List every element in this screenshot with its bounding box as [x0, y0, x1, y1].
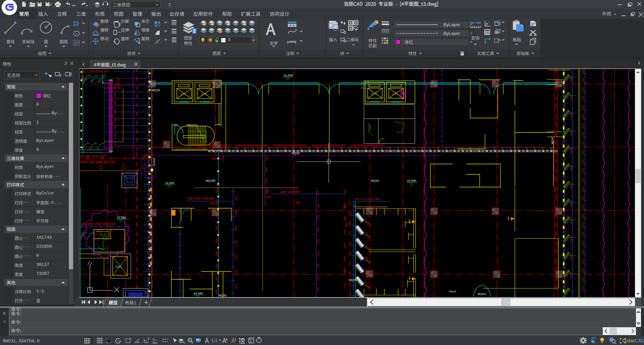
svg-text:10,400: 10,400 — [407, 179, 416, 182]
svg-text:800: 800 — [136, 197, 138, 201]
svg-text:1200: 1200 — [349, 231, 351, 236]
svg-text:00 1200 1200 1100: 00 1200 1200 1100 — [79, 155, 105, 158]
svg-text:800: 800 — [555, 259, 557, 263]
svg-text:600: 600 — [136, 112, 138, 116]
svg-text:1200: 1200 — [349, 251, 351, 256]
svg-text:1200: 1200 — [114, 101, 116, 106]
svg-text:1350: 1350 — [317, 251, 319, 256]
svg-text:400: 400 — [147, 158, 152, 161]
svg-text:1200: 1200 — [215, 226, 218, 231]
svg-text:1000: 1000 — [136, 205, 138, 210]
svg-text:1200: 1200 — [265, 156, 268, 161]
svg-text:1000: 1000 — [136, 257, 138, 262]
svg-text:1200: 1200 — [349, 211, 351, 216]
svg-text:1200: 1200 — [582, 204, 584, 210]
svg-text:1350: 1350 — [317, 275, 319, 281]
svg-text:1200: 1200 — [215, 289, 218, 295]
svg-text:1200: 1200 — [582, 195, 584, 200]
svg-text:1200: 1200 — [265, 178, 268, 184]
svg-text:800: 800 — [136, 249, 138, 253]
svg-text:1200 1200 1200 900: 1200 1200 1200 900 — [80, 70, 108, 73]
svg-text:KT1: KT1 — [180, 93, 186, 96]
svg-text:1200: 1200 — [582, 159, 584, 164]
svg-text:1200: 1200 — [265, 167, 268, 172]
svg-text:2600 300 2600 300 250: 2600 300 2600 300 250 — [80, 160, 116, 164]
svg-text:1200: 1200 — [235, 270, 237, 275]
svg-text:1200: 1200 — [582, 141, 584, 146]
svg-text:1200: 1200 — [215, 264, 218, 269]
svg-text:1350: 1350 — [317, 227, 319, 232]
svg-text:1000: 1000 — [136, 222, 138, 227]
svg-text:MQ19: MQ19 — [371, 179, 379, 182]
svg-text:MQ36: MQ36 — [152, 89, 160, 92]
svg-text:800: 800 — [555, 78, 557, 82]
svg-text:800: 800 — [555, 241, 557, 245]
svg-text:1200: 1200 — [343, 203, 346, 208]
svg-text:FM223: FM223 — [449, 290, 456, 293]
svg-text:1200: 1200 — [215, 251, 218, 256]
svg-text:1200: 1200 — [582, 222, 584, 228]
svg-text:1200: 1200 — [317, 263, 319, 269]
svg-text:1200: 1200 — [582, 286, 584, 291]
svg-text:100: 100 — [149, 171, 153, 174]
svg-text:1000 800 1300 1200 1300: 1000 800 1300 1200 1300 — [80, 222, 116, 226]
svg-text:1200: 1200 — [235, 196, 237, 201]
svg-text:M1828: M1828 — [153, 158, 156, 166]
svg-text:KT3: KT3 — [371, 92, 377, 96]
svg-text:1200: 1200 — [235, 225, 237, 231]
svg-text:700: 700 — [295, 201, 300, 205]
svg-text:1200: 1200 — [582, 231, 584, 237]
svg-text:1200: 1200 — [343, 216, 346, 221]
svg-text:800: 800 — [136, 103, 138, 107]
svg-text:1200 1200 900: 1200 1200 900 — [280, 190, 300, 193]
svg-text:900 1200 1200 1300: 900 1200 1200 1300 — [355, 197, 380, 200]
svg-text:1200: 1200 — [235, 284, 237, 290]
svg-text:600: 600 — [136, 77, 138, 81]
svg-text:800: 800 — [136, 162, 138, 166]
svg-text:MQ34: MQ34 — [292, 152, 300, 155]
svg-text:1200: 1200 — [114, 109, 116, 114]
svg-text:800: 800 — [136, 215, 138, 219]
svg-text:1200: 1200 — [582, 177, 584, 182]
svg-text:800: 800 — [136, 120, 138, 124]
svg-text:1200: 1200 — [317, 287, 319, 293]
svg-text:1200: 1200 — [582, 240, 584, 246]
svg-text:1200: 1200 — [317, 215, 319, 220]
svg-text:1200: 1200 — [343, 283, 346, 288]
svg-text:800(B0)600(B0)800(B0)600(B0): 800(B0)600(B0)800(B0)600(B0) — [196, 144, 230, 147]
svg-text:1600: 1600 — [555, 104, 557, 109]
svg-text:800: 800 — [136, 180, 138, 184]
svg-text:1200: 1200 — [582, 150, 584, 155]
svg-text:1600: 1600 — [555, 285, 557, 290]
svg-text:1600: 1600 — [555, 231, 557, 236]
svg-text:1300: 1300 — [265, 195, 271, 198]
svg-text:1200: 1200 — [215, 238, 218, 244]
svg-text:1200: 1200 — [215, 277, 218, 282]
svg-text:1000: 1000 — [136, 239, 138, 245]
svg-text:1600: 1600 — [555, 213, 557, 218]
svg-text:1200: 1200 — [349, 241, 351, 246]
svg-text:1050 120: 1050 120 — [117, 78, 119, 88]
svg-text:HX1: HX1 — [115, 265, 122, 269]
svg-text:800: 800 — [555, 169, 557, 173]
svg-text:800: 800 — [136, 85, 138, 90]
svg-text:600: 600 — [136, 129, 138, 133]
svg-text:1200: 1200 — [349, 261, 351, 267]
svg-text:10,400: 10,400 — [165, 181, 174, 185]
svg-text:1200: 1200 — [582, 87, 584, 92]
svg-text:1200: 1200 — [582, 123, 584, 128]
svg-text:1200: 1200 — [349, 291, 351, 297]
svg-text:1200: 1200 — [582, 268, 584, 273]
svg-text:1200: 1200 — [349, 201, 351, 206]
svg-text:1200: 1200 — [343, 256, 346, 262]
svg-text:800(B0)600(B0)800(B0)600(B0): 800(B0)600(B0)800(B0)600(B0) — [235, 144, 268, 147]
svg-text:30 60: 30 60 — [144, 154, 151, 157]
svg-text:1200: 1200 — [215, 213, 218, 218]
svg-text:1200: 1200 — [222, 156, 225, 162]
svg-text:1200: 1200 — [582, 277, 584, 282]
svg-text:800: 800 — [555, 205, 557, 209]
svg-text:700: 700 — [211, 157, 216, 160]
svg-text:1200: 1200 — [114, 117, 116, 122]
svg-text:1200: 1200 — [235, 255, 237, 260]
svg-text:1350: 1350 — [345, 223, 347, 228]
